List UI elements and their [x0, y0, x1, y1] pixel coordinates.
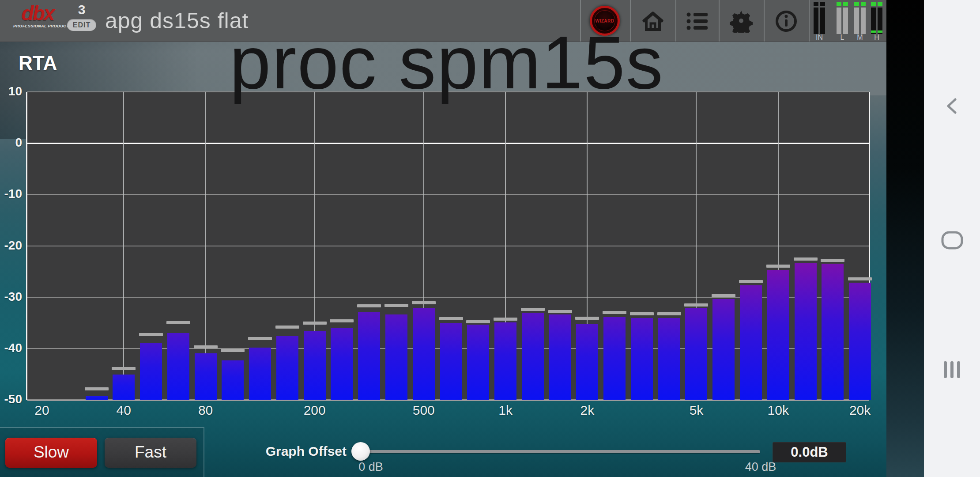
y-tick-label: -40	[0, 341, 22, 355]
rta-bar-1k	[494, 322, 516, 400]
rta-bar-250	[331, 328, 353, 400]
meter-bar	[871, 8, 876, 34]
peak-hold-cap-50	[139, 333, 163, 336]
meter-bottom-segment	[878, 30, 882, 33]
y-tick-label: 0	[0, 136, 22, 150]
meter-cap	[854, 2, 859, 6]
android-home-button[interactable]	[924, 214, 980, 267]
header-divider	[809, 0, 810, 42]
rta-bar-50	[140, 343, 162, 400]
peak-hold-cap-1.25k	[521, 308, 545, 311]
x-tick-label: 5k	[670, 403, 723, 418]
graph-offset-slider-track[interactable]	[352, 450, 760, 453]
wizard-button[interactable]: WIZARD	[590, 6, 620, 36]
app-header: dbx PROFESSIONAL PRODUCTS 3 EDIT apg ds1…	[0, 0, 886, 42]
edit-badge-number: 3	[66, 2, 97, 17]
meter-cap	[878, 2, 882, 6]
x-tick-label: 20	[15, 403, 68, 418]
rta-bar-4k	[658, 318, 680, 400]
y-tick-label: 10	[0, 84, 22, 98]
rta-bar-16k	[822, 264, 844, 400]
peak-hold-cap-315	[357, 304, 381, 307]
meter-cap	[871, 2, 876, 6]
gridline-v	[123, 92, 124, 400]
meter-bar	[814, 8, 818, 34]
meter-cap	[820, 2, 825, 6]
meter-cap	[861, 2, 866, 6]
settings-button[interactable]	[719, 0, 764, 42]
graph-offset-slider-thumb[interactable]	[351, 442, 370, 461]
peak-hold-cap-250	[330, 319, 354, 322]
rta-bar-20k	[849, 283, 871, 400]
rta-bar-63	[167, 333, 189, 400]
rta-title: RTA	[19, 52, 57, 74]
rta-bar-40	[113, 375, 135, 400]
baseline	[27, 400, 869, 401]
peak-hold-cap-800	[466, 320, 490, 323]
phone-screen: dbx PROFESSIONAL PRODUCTS 3 EDIT apg ds1…	[0, 0, 980, 477]
peak-hold-cap-200	[303, 322, 327, 325]
peak-hold-cap-500	[412, 301, 436, 304]
wizard-button-inner: WIZARD	[594, 10, 615, 31]
peak-hold-cap-125	[248, 337, 272, 340]
peak-hold-cap-31.5	[85, 387, 109, 390]
graph-offset-label: Graph Offset	[265, 444, 347, 459]
peak-hold-cap-63	[166, 321, 190, 324]
edit-badge[interactable]: 3 EDIT	[66, 2, 97, 31]
x-tick-label: 80	[179, 403, 232, 418]
rta-bar-10k	[767, 270, 789, 400]
dbx-logo-subtext: PROFESSIONAL PRODUCTS	[13, 24, 62, 28]
page-title: apg ds15s flat	[105, 0, 249, 42]
rta-bar-8k	[740, 285, 762, 400]
slow-button[interactable]: Slow	[5, 438, 97, 468]
android-recents-button[interactable]	[924, 343, 980, 396]
screen-edge-strip	[886, 0, 924, 477]
x-tick-label: 500	[397, 403, 450, 418]
x-tick-label: 2k	[561, 403, 614, 418]
meter-cap	[843, 2, 848, 6]
y-tick-label: -20	[0, 238, 22, 253]
rta-bar-630	[440, 323, 462, 400]
recents-bars-icon	[942, 360, 963, 379]
peak-hold-cap-3.15k	[630, 312, 654, 315]
rta-bar-125	[249, 348, 271, 400]
x-tick-label: 10k	[752, 403, 805, 418]
meter-label: H	[871, 34, 882, 42]
meter-bar	[878, 8, 882, 34]
info-button[interactable]	[764, 0, 809, 42]
rta-bar-31.5	[86, 396, 108, 400]
peak-hold-cap-160	[275, 326, 299, 329]
android-back-button[interactable]	[924, 80, 980, 132]
rta-bar-200	[304, 331, 326, 400]
rta-bar-12.5k	[795, 263, 817, 400]
meter-cap	[837, 2, 841, 6]
rta-bar-1.6k	[549, 314, 571, 400]
fast-button[interactable]: Fast	[105, 438, 196, 468]
x-tick-label: 20k	[833, 403, 886, 418]
gridline-h	[27, 246, 869, 246]
rta-bar-1.25k	[522, 313, 544, 400]
gridline-h	[27, 194, 869, 195]
zero-db-line	[27, 143, 869, 144]
x-tick-label: 200	[288, 403, 341, 418]
peak-hold-cap-40	[112, 367, 136, 370]
rta-bar-80	[195, 353, 217, 400]
meter-cap	[814, 2, 818, 6]
home-squircle-icon	[941, 230, 964, 250]
rta-chart	[26, 92, 870, 400]
list-button[interactable]	[675, 0, 719, 42]
meter-label: IN	[814, 34, 825, 42]
peak-hold-cap-100	[221, 349, 245, 352]
io-meters: INLMH	[814, 0, 886, 42]
peak-hold-cap-6.3k	[712, 294, 735, 297]
rta-bar-100	[222, 360, 244, 400]
home-button[interactable]	[630, 0, 675, 42]
offset-value-display[interactable]: 0.0dB	[773, 442, 846, 462]
meter-bar	[843, 8, 848, 34]
driverack-app: dbx PROFESSIONAL PRODUCTS 3 EDIT apg ds1…	[0, 0, 886, 477]
meter-bar	[861, 8, 866, 34]
peak-hold-cap-630	[439, 317, 463, 320]
peak-hold-cap-2k	[575, 317, 599, 320]
averaging-panel: Slow Fast	[0, 427, 204, 477]
meter-label: L	[837, 34, 848, 42]
